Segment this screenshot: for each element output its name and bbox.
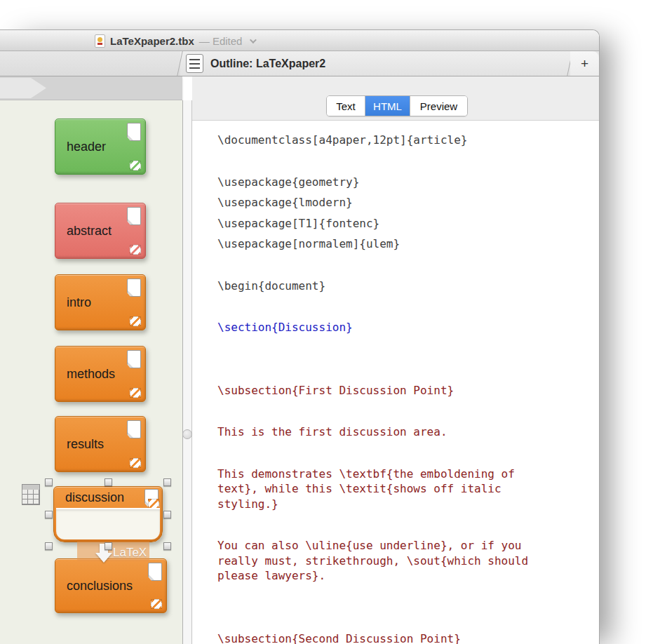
note-label: discussion (65, 490, 124, 505)
note-label: intro (67, 295, 91, 310)
new-tab-button[interactable]: + (570, 51, 599, 76)
note-label: methods (67, 367, 115, 382)
code-paragraph: \usepackage[T1]{fontenc} (217, 216, 554, 232)
breadcrumb-bar (0, 76, 182, 100)
code-paragraph: This is the first discussion area. (217, 424, 554, 440)
window-titlebar[interactable]: LaTeXpaper2.tbx — Edited (0, 30, 599, 51)
window-title: LaTeXpaper2.tbx (110, 35, 194, 47)
chevron-down-icon[interactable] (250, 36, 257, 43)
code-paragraph: \section{Discussion} (217, 320, 554, 335)
selection-handle[interactable] (45, 511, 53, 518)
selection-handle[interactable] (105, 542, 112, 550)
export-badge-icon (148, 499, 159, 509)
export-badge-icon (130, 245, 141, 255)
blank-line (217, 589, 554, 610)
map-note-intro[interactable]: intro (55, 274, 146, 330)
selection-handle[interactable] (45, 542, 53, 550)
plus-icon: + (581, 57, 588, 70)
view-tab-text[interactable]: Text (327, 96, 365, 116)
note-label: results (67, 437, 104, 452)
tab-bar: Outline: LaTeXpaper2 + (0, 51, 599, 76)
map-note-results[interactable]: results (55, 416, 146, 472)
page-icon (127, 350, 141, 368)
blank-line (217, 610, 554, 631)
window-edited-status[interactable]: — Edited (199, 35, 243, 47)
map-note-methods[interactable]: methods (55, 346, 146, 402)
blank-line (217, 517, 554, 538)
app-window: LaTeXpaper2.tbx — Edited Outline: LaTeXp… (0, 29, 600, 644)
map-view[interactable]: headerabstractintromethodsresultsdiscuss… (0, 100, 182, 644)
map-note-conclusions[interactable]: conclusions (55, 558, 167, 613)
blank-line (217, 154, 554, 175)
page-icon (148, 563, 162, 581)
code-paragraph: \usepackage{lmodern} (217, 195, 554, 210)
code-paragraph: \subsection{Second Discussion Point} (217, 631, 554, 644)
export-badge-icon (151, 599, 162, 609)
view-tab-html[interactable]: HTML (365, 96, 410, 116)
code-paragraph: This demonstrates \textbf{the emboldenin… (217, 467, 554, 512)
tab-title: Outline: LaTeXpaper2 (210, 51, 325, 76)
note-label: abstract (67, 224, 112, 239)
blank-line (217, 257, 554, 279)
code-paragraph: You can also \uline{use underline}, or i… (217, 538, 554, 584)
selection-handle[interactable] (45, 478, 53, 486)
code-paragraph: \subsection{First Discussion Point} (217, 383, 554, 398)
pane-divider[interactable] (182, 100, 192, 644)
selection-handle[interactable] (163, 542, 171, 550)
note-label: header (67, 140, 106, 154)
code-paragraph: \usepackage{geometry} (217, 175, 554, 190)
export-badge-icon (130, 388, 141, 398)
blank-line (217, 445, 554, 467)
link-label: LaTeX (113, 546, 147, 560)
export-toolbar: TextHTMLPreview (192, 76, 599, 121)
note-body (56, 508, 160, 539)
map-note-header[interactable]: header (55, 119, 146, 175)
blank-line (217, 362, 554, 383)
html-export-pane[interactable]: \documentclass[a4paper,12pt]{article}\us… (192, 121, 599, 644)
blank-line (217, 403, 554, 424)
code-paragraph: \usepackage[normalem]{ulem} (217, 236, 554, 252)
breadcrumb-arrow[interactable] (0, 78, 46, 98)
document-icon (95, 34, 105, 48)
page-icon (127, 123, 141, 141)
export-badge-icon (130, 316, 141, 326)
blank-line (217, 299, 554, 320)
code-paragraph: \documentclass[a4paper,12pt]{article} (217, 133, 554, 148)
selection-handle[interactable] (105, 478, 112, 486)
selection-handle[interactable] (163, 478, 171, 486)
tab-outline[interactable]: Outline: LaTeXpaper2 (180, 51, 570, 76)
code-view[interactable]: \documentclass[a4paper,12pt]{article}\us… (217, 133, 554, 644)
page-icon (127, 420, 141, 438)
outline-view-icon (186, 54, 203, 73)
note-titlebar: discussion (54, 487, 162, 508)
selection-handle[interactable] (163, 511, 171, 518)
blank-line (217, 341, 554, 362)
page-icon (127, 279, 141, 297)
view-tab-preview[interactable]: Preview (410, 96, 467, 116)
map-note-discussion[interactable]: discussion (53, 486, 163, 542)
export-badge-icon (130, 161, 141, 170)
map-note-abstract[interactable]: abstract (55, 203, 146, 259)
pane-divider-knob[interactable] (182, 429, 192, 439)
table-adornment-icon[interactable] (22, 484, 40, 505)
page-icon (127, 207, 141, 225)
note-label: conclusions (67, 579, 133, 593)
code-paragraph: \begin{document} (217, 279, 554, 294)
export-badge-icon (130, 458, 141, 468)
view-switcher: TextHTMLPreview (326, 95, 468, 116)
